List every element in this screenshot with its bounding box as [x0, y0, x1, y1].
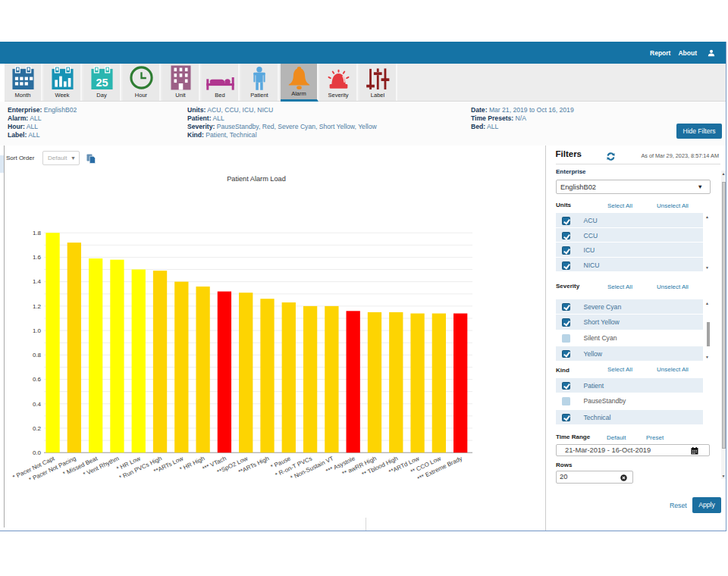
svg-text:25: 25	[96, 77, 108, 89]
svg-text:1.2: 1.2	[33, 303, 42, 310]
svg-text:0.8: 0.8	[33, 352, 42, 358]
svg-text:0.2: 0.2	[33, 425, 42, 432]
svg-text:1.6: 1.6	[33, 254, 42, 261]
svg-text:0.6: 0.6	[33, 376, 42, 383]
svg-text:1.0: 1.0	[33, 327, 42, 334]
svg-text:0.4: 0.4	[33, 401, 42, 408]
svg-text:0.0: 0.0	[33, 449, 42, 456]
svg-text:Patient Alarm Load: Patient Alarm Load	[227, 175, 286, 183]
svg-text:1.8: 1.8	[33, 230, 42, 236]
svg-text:1.4: 1.4	[33, 278, 42, 285]
